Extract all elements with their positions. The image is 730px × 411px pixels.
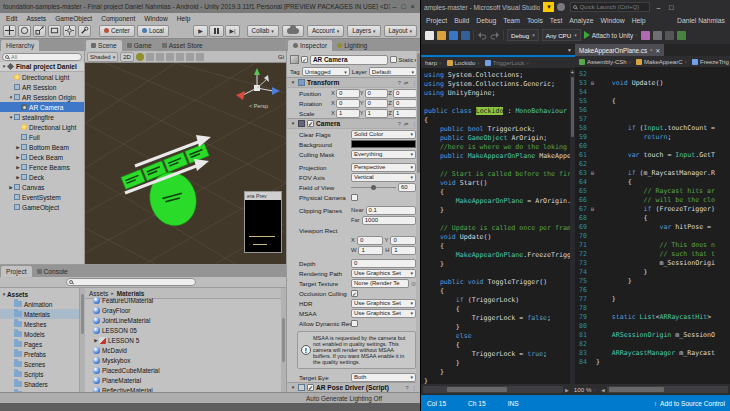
project-list-scrollbar[interactable] bbox=[281, 288, 286, 392]
object-field[interactable]: None (Render Te bbox=[351, 279, 409, 288]
code-line[interactable]: MakeAppearOnPlane = ArOrigin.G bbox=[424, 197, 575, 206]
platform-dropdown[interactable]: Any CPU▾ bbox=[542, 29, 581, 41]
rotation-z-field[interactable]: 0 bbox=[393, 99, 417, 108]
hierarchy-item[interactable]: ▼stealingfire bbox=[0, 112, 84, 122]
help-icon[interactable]: ? bbox=[398, 80, 401, 86]
menu-project[interactable]: Project bbox=[426, 17, 447, 24]
slider[interactable] bbox=[351, 187, 396, 188]
add-to-source-control[interactable]: ↑ Add to Source Control bbox=[654, 400, 725, 407]
code-line[interactable] bbox=[424, 269, 575, 278]
position-x-field[interactable]: 0 bbox=[336, 89, 360, 98]
checkbox[interactable] bbox=[351, 194, 358, 201]
value-field[interactable]: 0.1 bbox=[366, 206, 416, 215]
scene-lighting-icon[interactable] bbox=[136, 53, 144, 61]
code-line[interactable]: 81 ARSessionOrigin m_SessionO bbox=[575, 331, 730, 340]
nav-dropdown[interactable]: Assembly-CSh▾ bbox=[577, 59, 633, 65]
code-line[interactable]: 78 bbox=[575, 304, 730, 313]
code-line[interactable]: 84} bbox=[575, 358, 730, 367]
presets-icon[interactable]: ⇌ bbox=[404, 121, 409, 127]
code-line[interactable]: public void ToggleTrigger() bbox=[424, 278, 575, 287]
project-folder[interactable]: Meshes bbox=[0, 319, 79, 329]
pose-driver-enabled-checkbox[interactable]: ✓ bbox=[307, 384, 314, 391]
MSAA-dropdown[interactable]: Use Graphics Set▾ bbox=[351, 309, 416, 318]
gizmos-dropdown[interactable]: Gi bbox=[278, 54, 284, 60]
menu-gameobject[interactable]: GameObject bbox=[55, 15, 92, 22]
checkbox[interactable]: ✓ bbox=[351, 290, 358, 297]
code-line[interactable]: 62 bbox=[575, 160, 730, 169]
code-line[interactable]: using UnityEngine; bbox=[424, 89, 575, 98]
code-line[interactable]: public bool TriggerLock; bbox=[424, 125, 575, 134]
pin-icon[interactable]: ▫ bbox=[650, 47, 652, 53]
tab-makeappearonplane[interactable]: MakeAppearOnPlane.cs ▫ ✕ bbox=[575, 44, 664, 56]
menu-window[interactable]: Window bbox=[600, 17, 624, 24]
minimize-button[interactable]: – bbox=[653, 4, 663, 11]
code-line[interactable]: void Update() bbox=[424, 233, 575, 242]
transform-tool-icon[interactable] bbox=[63, 25, 76, 37]
code-line[interactable]: TriggerLock = false; bbox=[424, 314, 575, 323]
code-line[interactable]: MakeAppearOnPlane.FreezeTrigg bbox=[424, 251, 575, 260]
menu-help[interactable]: Help bbox=[177, 15, 191, 22]
cloud-button[interactable] bbox=[282, 25, 304, 37]
project-file[interactable]: PlacedCubeMaterial bbox=[85, 365, 281, 375]
scale-tool-icon[interactable] bbox=[33, 25, 46, 37]
camera-settings-icon[interactable] bbox=[196, 53, 204, 61]
undo-icon[interactable] bbox=[477, 26, 487, 44]
project-folder[interactable]: Shaders bbox=[0, 379, 79, 389]
code-line[interactable]: public class Lockido : MonoBehaviour bbox=[424, 107, 575, 116]
tag-dropdown[interactable]: Untagged▾ bbox=[302, 67, 350, 76]
menu-window[interactable]: Window bbox=[144, 15, 167, 22]
code-line[interactable] bbox=[424, 215, 575, 224]
scale-x-field[interactable]: 1 bbox=[336, 109, 360, 118]
code-line[interactable] bbox=[424, 161, 575, 170]
toolbar-icon[interactable] bbox=[641, 31, 650, 40]
code-line[interactable]: { bbox=[424, 341, 575, 350]
menu-team[interactable]: Team bbox=[503, 17, 520, 24]
code-line[interactable]: 80 bbox=[575, 322, 730, 331]
Rendering Path-dropdown[interactable]: Use Graphics Set▾ bbox=[351, 269, 416, 278]
code-line[interactable]: 79 static List<ARRaycastHit> bbox=[575, 313, 730, 322]
code-line[interactable]: { bbox=[424, 188, 575, 197]
project-file[interactable]: McDavid bbox=[85, 345, 281, 355]
code-line[interactable]: using System.Collections.Generic; bbox=[424, 80, 575, 89]
code-line[interactable]: 77 } bbox=[575, 295, 730, 304]
code-line[interactable]: 66 // will be the clo bbox=[575, 196, 730, 205]
hidden-objects-icon[interactable] bbox=[166, 53, 174, 61]
hierarchy-item[interactable]: Full bbox=[0, 132, 84, 142]
scene-viewport[interactable]: < Persp era Prev bbox=[85, 63, 286, 264]
code-line[interactable]: 70 bbox=[575, 232, 730, 241]
slider-value-field[interactable]: 60 bbox=[398, 183, 416, 192]
nav-dropdown[interactable]: FreezeTrig▾ bbox=[690, 59, 730, 65]
user-account[interactable]: Daniel Nahmias bbox=[677, 17, 725, 24]
HDR-dropdown[interactable]: Use Graphics Set▾ bbox=[351, 299, 416, 308]
code-line[interactable]: 75 } bbox=[575, 277, 730, 286]
new-file-icon[interactable] bbox=[425, 31, 434, 40]
code-line[interactable]: } bbox=[424, 323, 575, 332]
hierarchy-item[interactable]: ▼AR Session Origin bbox=[0, 92, 84, 102]
Projection-dropdown[interactable]: Perspective▾ bbox=[351, 163, 416, 172]
code-line[interactable]: 69 var hitPose = bbox=[575, 223, 730, 232]
tab-inspector[interactable]: Inspector bbox=[288, 40, 332, 51]
code-line[interactable]: using System.Collections; bbox=[424, 71, 575, 80]
maximize-button[interactable]: □ bbox=[399, 3, 408, 10]
redo-icon[interactable] bbox=[490, 26, 500, 44]
project-folder[interactable]: Animation bbox=[0, 299, 79, 309]
project-folder[interactable]: ▼Assets bbox=[0, 289, 79, 299]
menu-assets[interactable]: Assets bbox=[26, 15, 46, 22]
code-line[interactable]: 59 return; bbox=[575, 133, 730, 142]
shading-mode-dropdown[interactable]: Shaded▾ bbox=[87, 52, 118, 62]
2d-toggle[interactable]: 2D bbox=[120, 52, 134, 62]
rotate-tool-icon[interactable] bbox=[18, 25, 31, 37]
tab-scene[interactable]: Scene bbox=[86, 40, 122, 51]
effects-dropdown-icon[interactable] bbox=[156, 53, 164, 61]
code-line[interactable]: 74 } bbox=[575, 268, 730, 277]
hierarchy-item[interactable]: ▶Fence Beams bbox=[0, 162, 84, 172]
toolbar-icon[interactable] bbox=[665, 31, 674, 40]
project-folder[interactable]: Scripts bbox=[0, 369, 79, 379]
code-line[interactable]: 53⊟ void Update() bbox=[575, 79, 730, 88]
code-line[interactable]: } bbox=[424, 368, 575, 377]
code-line[interactable]: 82 bbox=[575, 340, 730, 349]
code-line[interactable]: 54 bbox=[575, 88, 730, 97]
attach-to-unity-button[interactable]: Attach to Unity▾ bbox=[584, 31, 638, 39]
pause-button[interactable] bbox=[209, 25, 224, 37]
tab-project[interactable]: Project bbox=[1, 266, 32, 277]
